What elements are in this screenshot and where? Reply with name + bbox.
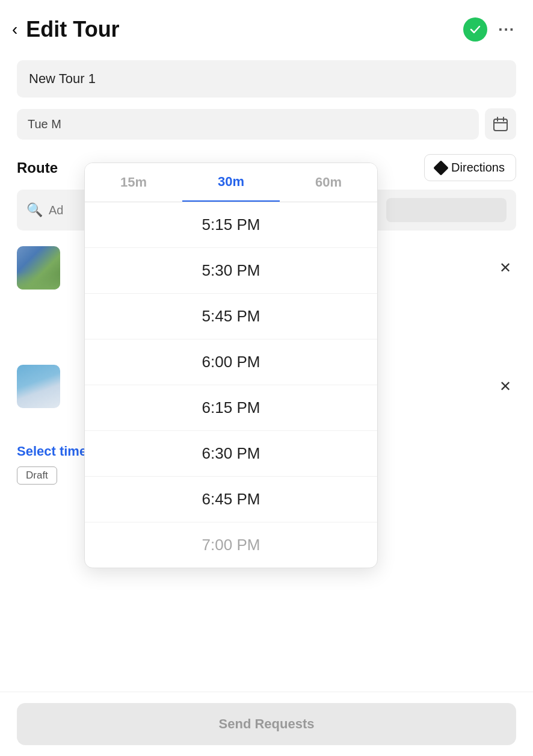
route-title: Route (17, 160, 58, 176)
directions-diamond-icon (433, 160, 448, 175)
property-thumbnail (17, 246, 60, 290)
date-time-display[interactable]: Tue M (17, 109, 479, 140)
remove-property-button[interactable]: ✕ (494, 373, 516, 400)
header-actions: ··· (463, 17, 515, 42)
calendar-icon (493, 116, 508, 132)
duration-tab-60m[interactable]: 60m (280, 163, 377, 202)
time-slot[interactable]: 5:45 PM (85, 294, 377, 339)
date-time-row: Tue M (17, 108, 516, 140)
check-button[interactable] (463, 17, 487, 42)
svg-rect-0 (494, 119, 507, 131)
time-slot[interactable]: 6:30 PM (85, 431, 377, 477)
directions-button[interactable]: Directions (424, 154, 516, 181)
page-title: Edit Tour (26, 17, 463, 42)
send-requests-button[interactable]: Send Requests (17, 703, 516, 745)
checkmark-icon (469, 23, 481, 36)
draft-badge: Draft (17, 466, 57, 485)
time-slot[interactable]: 6:45 PM (85, 477, 377, 522)
duration-tabs: 15m 30m 60m (85, 163, 377, 202)
search-icon: 🔍 (26, 202, 43, 218)
back-button[interactable]: ‹ (12, 21, 17, 38)
calendar-button[interactable] (485, 108, 516, 140)
search-right-placeholder (386, 198, 507, 222)
tour-name-input[interactable] (17, 60, 516, 98)
time-slot[interactable]: 7:00 PM (85, 522, 377, 568)
header: ‹ Edit Tour ··· (0, 0, 533, 54)
time-slot[interactable]: 6:00 PM (85, 339, 377, 385)
property-thumbnail (17, 365, 60, 408)
more-button[interactable]: ··· (498, 20, 515, 39)
duration-tab-30m[interactable]: 30m (182, 163, 280, 202)
time-list: 5:15 PM 5:30 PM 5:45 PM 6:00 PM 6:15 PM … (85, 202, 377, 568)
time-picker-dropdown: 15m 30m 60m 5:15 PM 5:30 PM 5:45 PM 6:00… (84, 163, 378, 568)
bottom-bar: Send Requests (0, 692, 533, 756)
time-slot[interactable]: 5:15 PM (85, 202, 377, 248)
time-slot[interactable]: 6:15 PM (85, 385, 377, 431)
time-slot[interactable]: 5:30 PM (85, 248, 377, 294)
remove-property-button[interactable]: ✕ (494, 255, 516, 281)
duration-tab-15m[interactable]: 15m (85, 163, 182, 202)
